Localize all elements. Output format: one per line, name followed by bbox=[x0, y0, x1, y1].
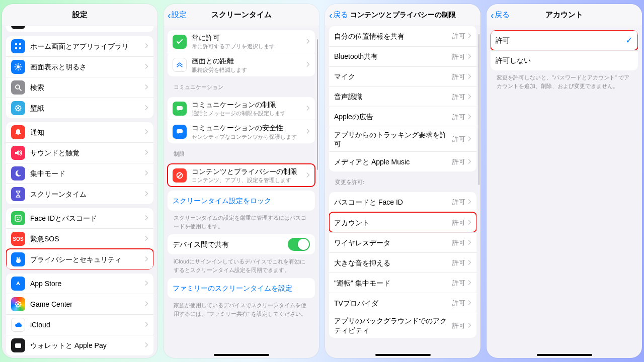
back-button[interactable]: ‹ 戻る bbox=[329, 4, 348, 26]
toggle-switch[interactable] bbox=[288, 238, 310, 251]
chevron-right-icon bbox=[467, 299, 471, 308]
shield-chat-icon bbox=[173, 125, 187, 139]
settings-row[interactable]: 壁紙 bbox=[6, 98, 153, 118]
chevron-right-icon bbox=[144, 341, 148, 350]
row-subtitle: 常に許可するアプリを選択します bbox=[192, 43, 304, 50]
back-button[interactable]: ‹ 戻る bbox=[491, 4, 510, 26]
check-icon bbox=[173, 35, 187, 49]
screentime-pane: ‹ 設定 スクリーンタイム 常に許可常に許可するアプリを選択します画面との距離眼… bbox=[164, 4, 319, 358]
settings-row[interactable]: 画面との距離眼精疲労を軽減します bbox=[168, 53, 315, 76]
account-content[interactable]: 許可✓許可しない変更を許可しないと、"パスワードとアカウント" でアカウントを追… bbox=[487, 26, 642, 358]
settings-row[interactable]: iCloud bbox=[6, 314, 153, 335]
chevron-right-icon bbox=[144, 169, 148, 178]
row-title: 緊急SOS bbox=[30, 234, 142, 243]
row-value: 許可 bbox=[452, 198, 465, 207]
chevron-left-icon: ‹ bbox=[329, 10, 333, 20]
settings-row[interactable]: 集中モード bbox=[6, 163, 153, 184]
settings-row[interactable]: 自分の位置情報を共有許可 bbox=[329, 26, 476, 46]
speaker-icon bbox=[11, 146, 25, 160]
distance-icon bbox=[173, 58, 187, 72]
appstore-icon bbox=[11, 277, 25, 291]
chevron-left-icon: ‹ bbox=[168, 10, 171, 20]
row-title: 大きな音を抑える bbox=[334, 258, 449, 267]
row-title: 自分の位置情報を共有 bbox=[334, 32, 449, 41]
row-value: 許可 bbox=[452, 93, 465, 102]
nav-title: スクリーンタイム bbox=[211, 10, 272, 20]
settings-row[interactable]: アプリのバックグラウンドでのアクティビティ許可 bbox=[329, 313, 476, 337]
chevron-right-icon bbox=[467, 279, 471, 288]
row-subtitle: コンテンツ、アプリ、設定を管理します bbox=[192, 176, 304, 184]
row-title: 画面表示と明るさ bbox=[30, 62, 142, 71]
settings-row[interactable]: Game Center bbox=[6, 294, 153, 314]
settings-row[interactable]: メディアと Apple Music許可 bbox=[329, 151, 476, 171]
settings-row[interactable]: Face IDとパスコード bbox=[6, 208, 153, 228]
settings-pane: 設定 ホーム画面とアプリライブラリ画面表示と明るさ検索壁紙通知サウンドと触覚集中… bbox=[2, 4, 157, 358]
search-icon bbox=[11, 80, 25, 95]
settings-group: 自分の位置情報を共有許可Bluetooth共有許可マイク許可音声認識許可Appl… bbox=[329, 26, 476, 171]
settings-row[interactable]: 常に許可常に許可するアプリを選択します bbox=[168, 30, 315, 53]
row-value: 許可 bbox=[452, 218, 465, 227]
settings-row[interactable]: スクリーンタイム設定をロック bbox=[168, 191, 315, 211]
settings-row[interactable]: ホーム画面とアプリライブラリ bbox=[6, 36, 153, 56]
settings-row[interactable]: Appleの広告許可 bbox=[329, 107, 476, 127]
screentime-content[interactable]: 常に許可常に許可するアプリを選択します画面との距離眼精疲労を軽減しますコミュニケ… bbox=[164, 26, 319, 358]
chevron-right-icon bbox=[144, 62, 148, 71]
settings-row[interactable]: マイク許可 bbox=[329, 66, 476, 86]
settings-row[interactable]: 検索 bbox=[6, 77, 153, 98]
settings-row[interactable]: Bluetooth共有許可 bbox=[329, 46, 476, 66]
chevron-right-icon bbox=[467, 218, 471, 227]
settings-group: App StoreGame CenteriCloudウォレットと Apple P… bbox=[6, 274, 153, 355]
settings-row[interactable]: 画面表示と明るさ bbox=[6, 56, 153, 77]
settings-row[interactable]: ファミリーのスクリーンタイムを設定 bbox=[168, 278, 315, 298]
settings-row[interactable]: 許可✓ bbox=[491, 30, 638, 50]
settings-row[interactable]: プライバシーとセキュリティ bbox=[6, 249, 153, 269]
settings-row[interactable]: コミュニケーションの安全性センシティブなコンテンツから保護します bbox=[168, 120, 315, 143]
account-pane: ‹ 戻る アカウント 許可✓許可しない変更を許可しないと、"パスワードとアカウン… bbox=[487, 4, 642, 358]
home-indicator[interactable] bbox=[214, 354, 269, 356]
back-label: 設定 bbox=[172, 10, 187, 20]
chevron-right-icon bbox=[306, 60, 310, 69]
settings-row[interactable]: コンテンツとプライバシーの制限コンテンツ、アプリ、設定を管理します bbox=[168, 164, 315, 187]
moon-icon bbox=[11, 166, 25, 180]
settings-row[interactable]: アプリからのトラッキング要求を許可許可 bbox=[329, 127, 476, 151]
settings-row[interactable]: TVプロバイダ許可 bbox=[329, 293, 476, 313]
home-indicator[interactable] bbox=[537, 354, 592, 356]
settings-row[interactable]: 大きな音を抑える許可 bbox=[329, 252, 476, 273]
settings-row[interactable]: App Store bbox=[6, 274, 153, 294]
settings-group: コンテンツとプライバシーの制限コンテンツ、アプリ、設定を管理します bbox=[168, 164, 315, 187]
settings-group: スクリーンタイム設定をロック bbox=[168, 191, 315, 211]
settings-row[interactable]: コミュニケーションの制限通話とメッセージの制限を設定します bbox=[168, 97, 315, 120]
settings-row[interactable] bbox=[6, 26, 153, 32]
row-title: 通知 bbox=[30, 128, 142, 137]
settings-row[interactable]: 通知 bbox=[6, 122, 153, 142]
home-indicator[interactable] bbox=[375, 354, 431, 356]
chevron-right-icon bbox=[144, 234, 148, 243]
settings-row[interactable]: 許可しない bbox=[491, 50, 638, 70]
row-value: 許可 bbox=[452, 113, 465, 122]
settings-row[interactable]: SOS緊急SOS bbox=[6, 228, 153, 249]
settings-row[interactable]: ワイヤレスデータ許可 bbox=[329, 232, 476, 252]
gamecenter-icon bbox=[11, 297, 25, 311]
chevron-right-icon bbox=[467, 258, 471, 267]
row-subtitle: 通話とメッセージの制限を設定します bbox=[192, 110, 304, 117]
settings-row[interactable]: ウォレットと Apple Pay bbox=[6, 335, 153, 355]
settings-row[interactable]: パスコードと Face ID許可 bbox=[329, 192, 476, 212]
settings-row[interactable]: アカウント許可 bbox=[329, 212, 476, 232]
chevron-left-icon: ‹ bbox=[491, 10, 494, 20]
settings-row[interactable]: スクリーンタイム bbox=[6, 184, 153, 204]
row-title: Face IDとパスコード bbox=[30, 214, 142, 223]
back-button[interactable]: ‹ 設定 bbox=[168, 4, 187, 26]
settings-row[interactable]: "運転" 集中モード許可 bbox=[329, 273, 476, 293]
settings-group: 常に許可常に許可するアプリを選択します画面との距離眼精疲労を軽減します bbox=[168, 30, 315, 76]
settings-row[interactable]: デバイス間で共有 bbox=[168, 234, 315, 254]
settings-row[interactable]: サウンドと触覚 bbox=[6, 142, 153, 163]
row-title: 常に許可 bbox=[192, 33, 304, 42]
row-value: 許可 bbox=[452, 321, 465, 330]
settings-content[interactable]: ホーム画面とアプリライブラリ画面表示と明るさ検索壁紙通知サウンドと触覚集中モード… bbox=[2, 26, 157, 358]
restrictions-content[interactable]: 自分の位置情報を共有許可Bluetooth共有許可マイク許可音声認識許可Appl… bbox=[325, 26, 480, 358]
settings-row[interactable]: 音声認識許可 bbox=[329, 86, 476, 107]
row-title: Appleの広告 bbox=[334, 112, 449, 121]
section-header: コミュニケーション bbox=[168, 76, 315, 93]
row-title: Bluetooth共有 bbox=[334, 52, 449, 61]
settings-group: 通知サウンドと触覚集中モードスクリーンタイム bbox=[6, 122, 153, 204]
